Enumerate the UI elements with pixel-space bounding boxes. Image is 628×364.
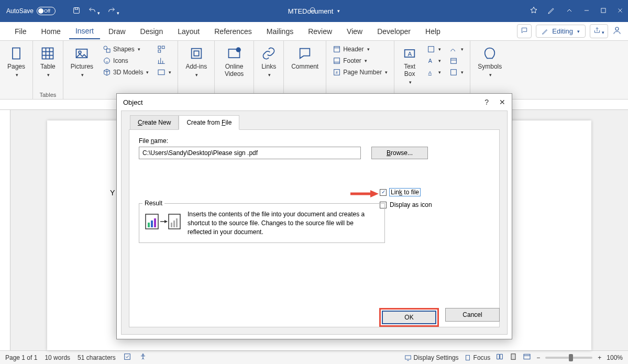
tab-references[interactable]: References (208, 24, 258, 39)
chart-button[interactable] (155, 56, 173, 66)
quick-parts-button[interactable]: ▾ (425, 44, 443, 54)
pictures-button[interactable]: Pictures▾ (68, 44, 96, 80)
tab-file[interactable]: File (8, 24, 33, 39)
svg-rect-40 (148, 223, 150, 227)
svg-rect-1 (75, 7, 78, 9)
read-mode-icon[interactable] (495, 352, 504, 362)
autosave-state: Off (44, 8, 50, 14)
accessibility-icon[interactable] (139, 352, 147, 362)
editing-label: Editing (552, 27, 573, 35)
screenshot-button[interactable]: ▾ (155, 67, 173, 78)
icons-button[interactable]: Icons (101, 56, 151, 66)
svg-rect-31 (124, 354, 130, 360)
browse-button[interactable]: Browse... (371, 147, 428, 159)
comment-button[interactable]: Comment (288, 44, 322, 72)
svg-rect-46 (173, 220, 175, 227)
shapes-button[interactable]: Shapes▾ (101, 44, 151, 54)
web-layout-icon[interactable] (523, 352, 531, 362)
zoom-slider[interactable] (545, 357, 592, 359)
footer-label: Footer (343, 57, 361, 64)
object-button[interactable]: ▾ (447, 67, 466, 78)
pages-label: Pages (7, 63, 25, 70)
svg-rect-0 (74, 7, 80, 13)
maximize-icon[interactable] (600, 7, 607, 16)
addins-button[interactable]: Add-ins▾ (182, 44, 210, 80)
tab-create-new[interactable]: CCreate Newreate New (130, 115, 179, 130)
signature-button[interactable]: ▾ (447, 44, 466, 54)
drop-cap-button[interactable]: A▾ (425, 67, 443, 78)
svg-text:A: A (428, 70, 432, 75)
group-label-tables: Tables (39, 92, 56, 98)
account-icon[interactable] (612, 26, 622, 37)
datetime-button[interactable] (447, 56, 466, 66)
premium-icon[interactable] (530, 6, 538, 16)
links-button[interactable]: Links▾ (258, 44, 279, 80)
table-button[interactable]: Table▾ (37, 44, 59, 80)
print-layout-icon[interactable] (509, 352, 517, 362)
search-icon[interactable] (309, 6, 317, 16)
minimize-icon[interactable] (583, 7, 590, 16)
zoom-out-icon[interactable]: − (536, 354, 540, 361)
edit-icon[interactable] (547, 6, 556, 16)
pages-button[interactable]: Pages▾ (4, 44, 28, 80)
autosave-toggle[interactable]: AutoSave Off (6, 7, 65, 15)
display-as-icon-checkbox[interactable]: Display as icon (380, 201, 432, 208)
svg-rect-36 (524, 354, 530, 359)
redo-icon[interactable]: ▾ (107, 6, 119, 16)
spellcheck-icon[interactable] (123, 352, 131, 362)
tab-layout[interactable]: Layout (171, 24, 206, 39)
dialog-help-icon[interactable]: ? (484, 98, 489, 106)
svg-rect-41 (151, 220, 153, 227)
vertical-ruler[interactable] (0, 110, 10, 350)
symbols-button[interactable]: Symbols▾ (475, 44, 505, 80)
svg-marker-43 (164, 220, 168, 223)
tab-mailings[interactable]: Mailings (260, 24, 300, 39)
addins-label: Add-ins (185, 63, 207, 70)
document-text: Y (110, 189, 115, 197)
tab-developer[interactable]: Developer (371, 24, 417, 39)
tab-view[interactable]: View (340, 24, 369, 39)
autosave-label: AutoSave (6, 7, 34, 15)
text-box-button[interactable]: A Text Box▾ (399, 44, 421, 87)
close-icon[interactable] (616, 7, 624, 16)
ribbon-options-icon[interactable] (565, 6, 574, 16)
svg-rect-29 (451, 58, 457, 63)
zoom-level[interactable]: 100% (607, 354, 623, 361)
result-box: Result Inserts the contents of the file … (139, 203, 385, 243)
share-icon[interactable]: ▾ (590, 24, 608, 38)
status-page[interactable]: Page 1 of 1 (5, 354, 37, 361)
tab-help[interactable]: Help (419, 24, 447, 39)
cancel-button[interactable]: Cancel (445, 308, 500, 322)
display-settings-button[interactable]: Display Settings (404, 354, 459, 361)
status-words[interactable]: 10 words (45, 354, 70, 361)
dialog-close-icon[interactable]: ✕ (499, 98, 505, 106)
undo-icon[interactable]: ▾ (88, 6, 100, 16)
save-icon[interactable] (72, 6, 81, 16)
tab-create-from-file[interactable]: Create from File (179, 115, 239, 130)
page-number-button[interactable]: #Page Number▾ (330, 67, 390, 78)
tab-insert[interactable]: Insert (69, 24, 100, 39)
file-name-input[interactable] (139, 147, 361, 159)
svg-point-8 (79, 51, 82, 53)
tab-design[interactable]: Design (134, 24, 170, 39)
smartart-button[interactable] (155, 44, 173, 54)
tab-home[interactable]: Home (35, 24, 67, 39)
wordart-button[interactable]: A▾ (425, 56, 443, 66)
comments-icon[interactable] (517, 24, 532, 38)
header-button[interactable]: Header▾ (330, 44, 371, 54)
svg-text:#: # (336, 71, 338, 74)
footer-button[interactable]: Footer▾ (330, 56, 369, 66)
link-to-file-checkbox[interactable]: Link to file (380, 189, 432, 196)
online-videos-label: Online Videos (222, 63, 246, 78)
tab-draw[interactable]: Draw (102, 24, 132, 39)
3dmodels-button[interactable]: 3D Models▾ (101, 67, 151, 78)
ok-button[interactable]: OK (382, 311, 436, 324)
online-videos-button[interactable]: Online Videos (219, 44, 249, 80)
tab-review[interactable]: Review (302, 24, 338, 39)
zoom-in-icon[interactable]: + (598, 354, 601, 361)
status-chars[interactable]: 51 characters (78, 354, 116, 361)
svg-text:A: A (428, 58, 433, 64)
annotation-ok-highlight: OK (379, 308, 439, 327)
editing-mode-button[interactable]: Editing▾ (536, 25, 586, 38)
focus-button[interactable]: Focus (464, 354, 491, 361)
